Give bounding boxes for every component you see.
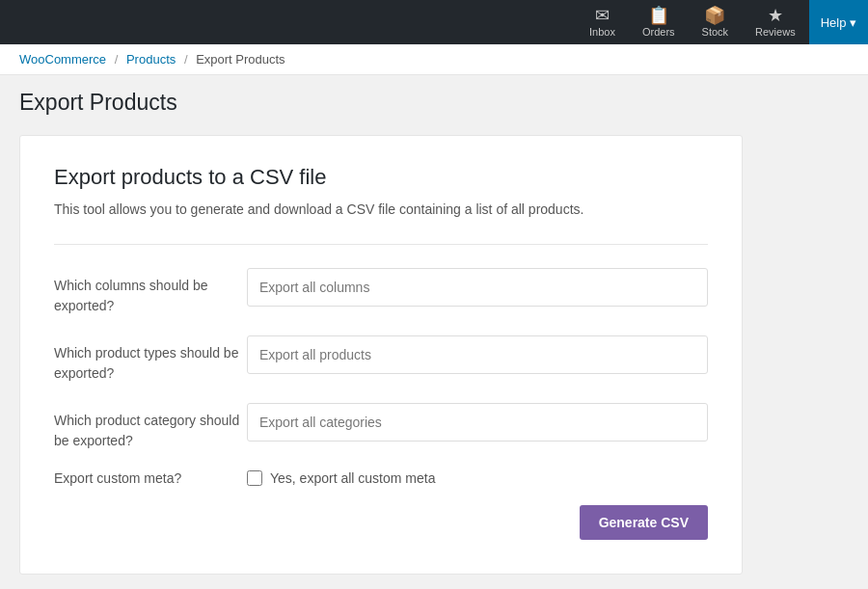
breadcrumb-woocommerce[interactable]: WooCommerce xyxy=(19,52,106,67)
columns-field: Export all columns xyxy=(247,268,708,307)
nav-inbox-label: Inbox xyxy=(589,26,615,38)
card-title: Export products to a CSV file xyxy=(54,165,708,190)
meta-checkbox-label[interactable]: Yes, export all custom meta xyxy=(270,470,435,486)
button-row: Generate CSV xyxy=(54,505,708,540)
nav-stock[interactable]: 📦 Stock xyxy=(689,0,743,44)
nav-orders-label: Orders xyxy=(642,26,675,38)
meta-row: Export custom meta? Yes, export all cust… xyxy=(54,470,708,486)
orders-icon: 📋 xyxy=(648,7,669,24)
card-description: This tool allows you to generate and dow… xyxy=(54,201,708,217)
divider xyxy=(54,244,708,245)
types-label: Which product types should be exported? xyxy=(54,335,247,384)
breadcrumb-sep1: / xyxy=(115,52,119,67)
types-row: Which product types should be exported? … xyxy=(54,335,708,384)
main-content: Export products to a CSV file This tool … xyxy=(0,125,868,589)
nav-orders[interactable]: 📋 Orders xyxy=(629,0,689,44)
page-title: Export Products xyxy=(19,89,849,118)
nav-stock-label: Stock xyxy=(702,26,729,38)
export-card: Export products to a CSV file This tool … xyxy=(19,135,743,575)
category-label: Which product category should be exporte… xyxy=(54,403,247,451)
nav-reviews[interactable]: ★ Reviews xyxy=(742,0,809,44)
stock-icon: 📦 xyxy=(704,7,725,24)
types-select[interactable]: Export all products xyxy=(247,335,708,374)
page-title-bar: Export Products xyxy=(0,75,868,125)
reviews-icon: ★ xyxy=(768,7,783,24)
meta-label: Export custom meta? xyxy=(54,470,247,486)
nav-reviews-label: Reviews xyxy=(755,26,796,38)
generate-csv-button[interactable]: Generate CSV xyxy=(580,505,708,540)
inbox-icon: ✉ xyxy=(595,7,610,24)
breadcrumb-sep2: / xyxy=(184,52,188,67)
top-nav: ✉ Inbox 📋 Orders 📦 Stock ★ Reviews Help … xyxy=(0,0,868,44)
columns-select[interactable]: Export all columns xyxy=(247,268,708,307)
category-select[interactable]: Export all categories xyxy=(247,403,708,442)
columns-row: Which columns should be exported? Export… xyxy=(54,268,708,316)
columns-label: Which columns should be exported? xyxy=(54,268,247,316)
nav-inbox[interactable]: ✉ Inbox xyxy=(576,0,629,44)
help-label: Help ▾ xyxy=(821,15,856,30)
breadcrumb-current: Export Products xyxy=(196,52,285,67)
help-button[interactable]: Help ▾ xyxy=(809,0,868,44)
meta-checkbox[interactable] xyxy=(247,470,262,486)
breadcrumb-products[interactable]: Products xyxy=(126,52,176,67)
breadcrumb: WooCommerce / Products / Export Products xyxy=(0,44,868,75)
category-row: Which product category should be exporte… xyxy=(54,403,708,451)
category-field: Export all categories xyxy=(247,403,708,442)
types-field: Export all products xyxy=(247,335,708,374)
meta-checkbox-field: Yes, export all custom meta xyxy=(247,470,435,486)
